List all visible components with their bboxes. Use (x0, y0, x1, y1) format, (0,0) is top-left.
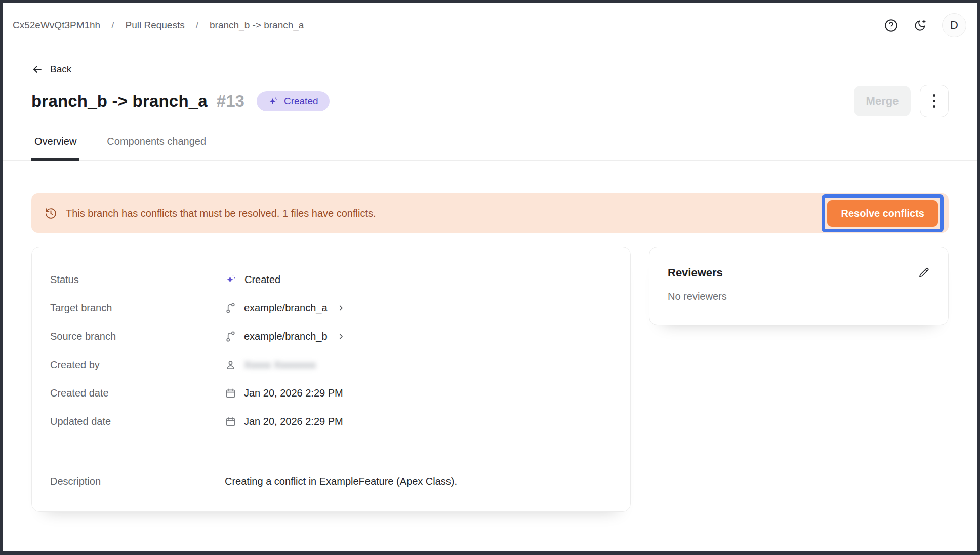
detail-row-status: Status Created (50, 265, 612, 294)
tab-overview[interactable]: Overview (31, 130, 79, 161)
detail-label: Updated date (50, 416, 225, 427)
status-value: Created (244, 274, 280, 286)
detail-label: Description (50, 475, 225, 487)
chevron-right-icon (337, 333, 345, 340)
detail-row-target-branch: Target branch example/branch_a (50, 294, 612, 322)
breadcrumb-current: branch_b -> branch_a (210, 20, 304, 31)
person-icon (225, 359, 236, 371)
detail-label: Status (50, 274, 225, 286)
detail-row-source-branch: Source branch example/branch_b (50, 322, 612, 350)
pencil-icon (918, 267, 930, 279)
target-branch-link[interactable]: example/branch_a (225, 302, 345, 314)
source-branch-value: example/branch_b (244, 331, 328, 342)
status-badge: Created (257, 91, 330, 111)
title-actions: Merge (854, 85, 949, 117)
calendar-icon (225, 416, 236, 427)
edit-reviewers-button[interactable] (918, 267, 930, 279)
detail-row-description: Description Creating a conflict in Examp… (32, 454, 630, 511)
created-by-redacted-value: Xxxxx Xxxxxxxx (244, 359, 316, 371)
breadcrumb-pull-requests[interactable]: Pull Requests (125, 20, 184, 31)
title-row: branch_b -> branch_a #13 Created Merge (31, 85, 949, 117)
source-branch-link[interactable]: example/branch_b (225, 331, 345, 342)
reviewers-title: Reviewers (668, 266, 723, 280)
git-branch-icon (225, 302, 236, 314)
detail-label: Created date (50, 387, 225, 399)
main-content: Back branch_b -> branch_a #13 Created (3, 48, 977, 512)
description-value: Creating a conflict in ExampleFeature (A… (225, 475, 457, 487)
reviewers-card: Reviewers No reviewers (649, 247, 949, 325)
tab-components-changed[interactable]: Components changed (104, 130, 209, 161)
moon-icon (913, 19, 927, 32)
pr-number: #13 (217, 92, 244, 111)
conflict-warning-banner: This branch has conflicts that must be r… (31, 193, 949, 233)
back-arrow-icon (31, 63, 44, 75)
detail-row-updated-date: Updated date Jan 20, 2026 2:29 PM (50, 407, 612, 435)
topbar-actions: D (884, 13, 966, 37)
back-label: Back (50, 64, 71, 75)
more-actions-button[interactable] (920, 85, 949, 117)
breadcrumb-separator: / (111, 20, 114, 31)
breadcrumb-separator: / (196, 20, 198, 31)
target-branch-value: example/branch_a (244, 302, 328, 314)
breadcrumb-project[interactable]: Cx52eWvQt3PM1hh (13, 20, 100, 31)
merge-button[interactable]: Merge (854, 86, 911, 116)
chevron-right-icon (337, 304, 345, 312)
detail-label: Source branch (50, 331, 225, 342)
user-avatar[interactable]: D (942, 13, 966, 37)
detail-label: Created by (50, 359, 225, 371)
topbar: Cx52eWvQt3PM1hh / Pull Requests / branch… (3, 3, 977, 48)
status-badge-label: Created (284, 96, 318, 107)
reviewers-empty-text: No reviewers (668, 291, 930, 302)
detail-label: Target branch (50, 302, 225, 314)
updated-date-value: Jan 20, 2026 2:29 PM (244, 416, 343, 427)
breadcrumb: Cx52eWvQt3PM1hh / Pull Requests / branch… (13, 20, 304, 31)
history-clock-icon (45, 207, 57, 220)
git-branch-icon (225, 331, 236, 342)
conflict-warning-message: This branch has conflicts that must be r… (66, 208, 376, 219)
detail-row-created-by: Created by Xxxxx Xxxxxxxx (50, 350, 612, 379)
tab-bar: Overview Components changed (3, 130, 977, 161)
resolve-conflicts-highlight-ring: Resolve conflicts (822, 194, 944, 232)
page-title: branch_b -> branch_a (31, 92, 208, 111)
theme-toggle-button[interactable] (913, 19, 927, 32)
kebab-menu-icon (933, 94, 935, 108)
back-button[interactable]: Back (31, 63, 71, 75)
help-button[interactable] (884, 19, 898, 32)
sparkle-icon (225, 273, 237, 286)
detail-row-created-date: Created date Jan 20, 2026 2:29 PM (50, 379, 612, 407)
pr-details-card: Status Created (31, 247, 631, 512)
help-icon (884, 19, 898, 32)
pull-request-page: Cx52eWvQt3PM1hh / Pull Requests / branch… (0, 0, 980, 555)
calendar-icon (225, 387, 236, 399)
sparkle-icon (268, 96, 279, 107)
resolve-conflicts-button[interactable]: Resolve conflicts (827, 200, 938, 227)
created-date-value: Jan 20, 2026 2:29 PM (244, 387, 343, 399)
